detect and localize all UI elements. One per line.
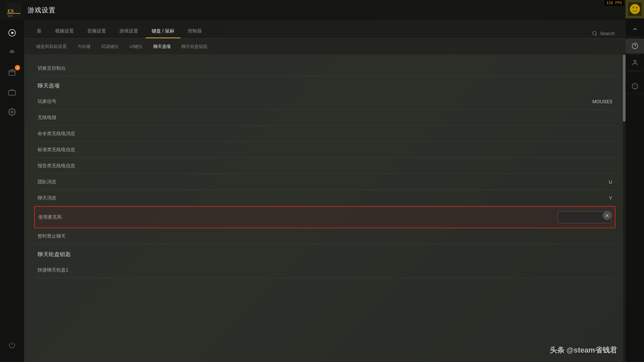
sub-tabs: 键盘和鼠标设置 方向键 武器键位 UI键位 聊天选项 聊天轮盘钥匙 bbox=[24, 39, 626, 55]
row-quick-chat-wheel1-label: 快捷聊天轮盘1 bbox=[38, 267, 585, 273]
svg-rect-7 bbox=[9, 70, 15, 75]
search-label: Search bbox=[600, 31, 615, 36]
sidebar-item-play[interactable] bbox=[2, 23, 22, 42]
row-use-mic-label: 使用麦克风 bbox=[38, 214, 558, 220]
mic-key-input[interactable] bbox=[558, 211, 611, 223]
svg-point-17 bbox=[634, 60, 636, 63]
fps-counter: 116 FPS bbox=[604, 0, 624, 6]
svg-point-6 bbox=[11, 52, 13, 53]
svg-marker-5 bbox=[11, 32, 14, 34]
tab-controller[interactable]: 控制器 bbox=[182, 25, 208, 38]
tab-game[interactable]: 游戏设置 bbox=[113, 25, 144, 38]
svg-point-9 bbox=[11, 111, 13, 113]
section-header-chat-options: 聊天选项 bbox=[34, 76, 615, 94]
sidebar-item-inventory[interactable]: 3 bbox=[2, 63, 22, 81]
row-use-mic[interactable]: 使用麦克风 bbox=[34, 206, 615, 228]
svg-point-21 bbox=[593, 32, 596, 35]
svg-rect-8 bbox=[9, 90, 15, 95]
top-bar: CS GO 游戏设置 bbox=[0, 0, 644, 20]
section-header-chat-wheel: 聊天轮盘钥匙 bbox=[34, 244, 615, 262]
row-standard-radio-label: 标准类无线电信息 bbox=[38, 147, 585, 153]
sidebar-item-tv[interactable] bbox=[2, 83, 22, 101]
row-standard-radio: 标准类无线电信息 bbox=[34, 142, 615, 158]
subtab-keyboard-settings[interactable]: 键盘和鼠标设置 bbox=[31, 41, 72, 52]
truncated-row: 切换至控制台 bbox=[34, 61, 615, 76]
row-report-radio-label: 报告类无线电信息 bbox=[38, 163, 585, 169]
mic-clear-button[interactable] bbox=[603, 211, 611, 220]
tab-video[interactable]: 视频设置 bbox=[49, 25, 80, 38]
svg-point-13 bbox=[633, 7, 634, 8]
row-quick-chat-wheel1: 快捷聊天轮盘1 bbox=[34, 262, 615, 278]
watermark: 头条 @steam省钱君 bbox=[550, 345, 617, 355]
settings-content: 切换至控制台 聊天选项 玩家信号 MOUSE3 无线电报 命令类无线电消息 标准… bbox=[24, 55, 626, 362]
user-avatar[interactable] bbox=[626, 0, 644, 18]
subtab-direction-keys[interactable]: 方向键 bbox=[72, 41, 96, 52]
svg-point-12 bbox=[630, 4, 640, 14]
row-player-signal: 玩家信号 MOUSE3 bbox=[34, 94, 615, 110]
row-chat-message-value: Y bbox=[585, 195, 612, 201]
chevron-up-icon[interactable] bbox=[626, 22, 644, 37]
row-team-message-label: 团队消息 bbox=[38, 179, 585, 185]
subtab-weapon-keys[interactable]: 武器键位 bbox=[96, 41, 124, 52]
subtab-ui-keys[interactable]: UI键位 bbox=[124, 41, 148, 52]
svg-line-22 bbox=[596, 35, 597, 36]
inventory-badge: 3 bbox=[15, 65, 20, 70]
svg-text:GO: GO bbox=[8, 14, 12, 17]
help-icon[interactable] bbox=[626, 39, 644, 54]
row-team-message-value: U bbox=[585, 179, 612, 185]
sidebar-item-broadcast[interactable] bbox=[2, 43, 22, 62]
sidebar-item-power[interactable] bbox=[2, 336, 22, 354]
svg-point-14 bbox=[636, 7, 637, 8]
row-chat-message-label: 聊天消息 bbox=[38, 195, 585, 201]
subtab-chat-options[interactable]: 聊天选项 bbox=[148, 41, 176, 52]
subtab-chat-wheel-keys[interactable]: 聊天轮盘钥匙 bbox=[176, 41, 213, 52]
svg-text:CS: CS bbox=[8, 9, 14, 14]
scrollbar[interactable] bbox=[623, 55, 626, 362]
row-report-radio: 报告类无线电信息 bbox=[34, 158, 615, 174]
left-sidebar: 3 bbox=[0, 20, 24, 362]
row-player-signal-label: 玩家信号 bbox=[38, 99, 585, 105]
tab-audio[interactable]: 音频设置 bbox=[81, 25, 112, 38]
sidebar-item-settings[interactable] bbox=[2, 103, 22, 121]
info-icon[interactable] bbox=[626, 79, 644, 94]
user-icon[interactable] bbox=[626, 55, 644, 70]
sidebar-divider-3 bbox=[628, 71, 641, 71]
sidebar-divider-1 bbox=[628, 38, 641, 38]
page-title: 游戏设置 bbox=[28, 6, 56, 15]
row-radio-label: 无线电报 bbox=[38, 115, 585, 121]
scroll-thumb[interactable] bbox=[623, 55, 626, 122]
main-content: 新 视频设置 音频设置 游戏设置 键盘 / 鼠标 控制器 Search 键盘和鼠… bbox=[24, 20, 626, 362]
sidebar-divider-2 bbox=[628, 54, 641, 55]
search-box[interactable]: Search bbox=[588, 29, 619, 38]
right-sidebar bbox=[626, 0, 644, 362]
cs-logo: CS GO bbox=[5, 2, 22, 18]
row-mute-chat-label: 暂时禁止聊天 bbox=[38, 233, 585, 239]
nav-tabs: 新 视频设置 音频设置 游戏设置 键盘 / 鼠标 控制器 Search bbox=[24, 20, 626, 39]
tab-keyboard-mouse[interactable]: 键盘 / 鼠标 bbox=[146, 25, 180, 38]
row-chat-message: 聊天消息 Y bbox=[34, 190, 615, 206]
row-command-radio: 命令类无线电消息 bbox=[34, 126, 615, 142]
sidebar-power-area bbox=[2, 336, 22, 355]
truncated-row-label: 切换至控制台 bbox=[38, 65, 612, 71]
tab-new[interactable]: 新 bbox=[31, 25, 48, 38]
row-player-signal-value: MOUSE3 bbox=[585, 99, 612, 104]
row-mute-chat: 暂时禁止聊天 bbox=[34, 228, 615, 244]
row-team-message: 团队消息 U bbox=[34, 174, 615, 190]
row-radio: 无线电报 bbox=[34, 110, 615, 126]
row-command-radio-label: 命令类无线电消息 bbox=[38, 131, 585, 137]
